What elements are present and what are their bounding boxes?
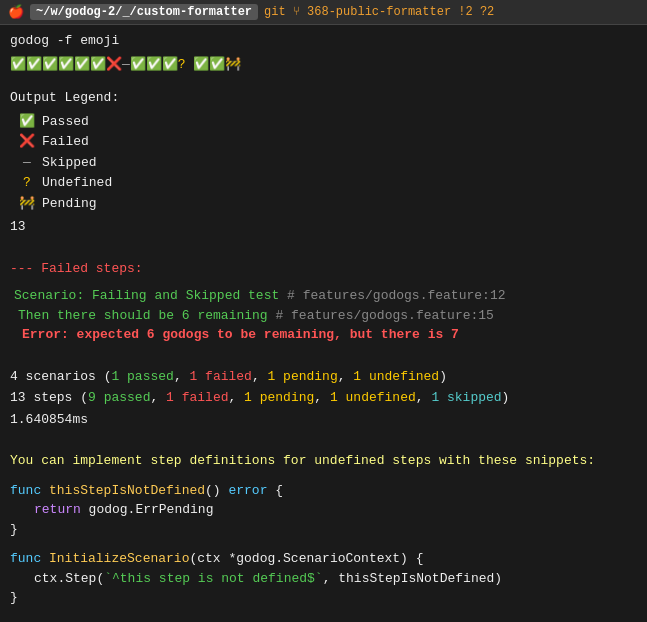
legend-undefined: ? Undefined [18,173,637,193]
scenario-line: Scenario: Failing and Skipped test # fea… [14,286,637,306]
pending-label: Pending [42,194,97,214]
pending-icon: 🚧 [18,194,36,214]
title-bar-left: 🍎 ~/w/godog-2/_/custom-formatter git ⑂ 3… [8,4,494,20]
func-name-1: thisStepIsNotDefined [49,483,205,498]
error-message: expected 6 godogs to be remaining, but t… [77,327,459,342]
skipped-label: Skipped [42,153,97,173]
func1-signature: func thisStepIsNotDefined() error { [10,481,637,501]
func1-body: return godog.ErrPending [10,500,637,520]
steps-stats: 13 steps (9 passed, 1 failed, 1 pending,… [10,388,637,408]
title-path: ~/w/godog-2/_/custom-formatter [30,4,258,20]
undefined-label: Undefined [42,173,112,193]
legend-passed: ✅ Passed [18,112,637,132]
git-branch: git ⑂ 368-public-formatter !2 ?2 [264,5,494,19]
steps-skipped: 1 skipped [431,390,501,405]
func2-body: ctx.Step(`^this step is not defined$`, t… [10,569,637,589]
legend-skipped: — Skipped [18,153,637,173]
func-keyword-2: func [10,551,49,566]
emoji-status-line: ✅✅✅✅✅✅❌—✅✅✅? ✅✅🚧 [10,55,637,75]
then-comment: # features/godogs.feature:15 [275,308,493,323]
snippet-intro: You can implement step definitions for u… [10,451,637,471]
passed-label: Passed [42,112,89,132]
steps-pending: 1 pending [244,390,314,405]
return-keyword-1: return [34,502,89,517]
scenario-comment: # features/godogs.feature:12 [287,288,505,303]
scenarios-stats: 4 scenarios (1 passed, 1 failed, 1 pendi… [10,367,637,387]
failed-label: Failed [42,132,89,152]
error-line: Error: expected 6 godogs to be remaining… [22,325,637,345]
then-line: Then there should be 6 remaining # featu… [18,306,637,326]
title-bar: 🍎 ~/w/godog-2/_/custom-formatter git ⑂ 3… [0,0,647,25]
func2-signature: func InitializeScenario(ctx *godog.Scena… [10,549,637,569]
func-keyword-1: func [10,483,49,498]
steps-failed: 1 failed [166,390,228,405]
step-pattern: `^this step is not defined$` [104,571,322,586]
func-name-2: InitializeScenario [49,551,189,566]
branch-name: 368-public-formatter !2 ?2 [307,5,494,19]
then-text: Then there should be 6 remaining [18,308,275,323]
legend-pending: 🚧 Pending [18,194,637,214]
func1-close: } [10,520,637,540]
error-label: Error: [22,327,77,342]
apple-icon: 🍎 [8,4,24,20]
steps-count: 13 steps [10,390,72,405]
skipped-icon: — [18,153,36,173]
scenarios-failed: 1 failed [189,369,251,384]
terminal-content: godog -f emoji ✅✅✅✅✅✅❌—✅✅✅? ✅✅🚧 Output L… [0,25,647,614]
legend-label: Output Legend: [10,88,637,108]
undefined-icon: ? [18,173,36,193]
steps-passed: 9 passed [88,390,150,405]
legend-failed: ❌ Failed [18,132,637,152]
time-line: 1.640854ms [10,410,637,430]
failed-steps-header: --- Failed steps: [10,259,637,279]
scenarios-pending: 1 pending [268,369,338,384]
scenario-keyword: Scenario: Failing and Skipped test [14,288,287,303]
error-type-1: error [228,483,267,498]
failed-icon: ❌ [18,132,36,152]
scenarios-undefined: 1 undefined [353,369,439,384]
cmd-line: godog -f emoji [10,31,637,51]
git-icon: git ⑂ [264,5,300,19]
func2-close: } [10,588,637,608]
count-line: 13 [10,217,637,237]
passed-icon: ✅ [18,112,36,132]
steps-undefined: 1 undefined [330,390,416,405]
scenarios-count: 4 scenarios [10,369,96,384]
scenarios-passed: 1 passed [111,369,173,384]
